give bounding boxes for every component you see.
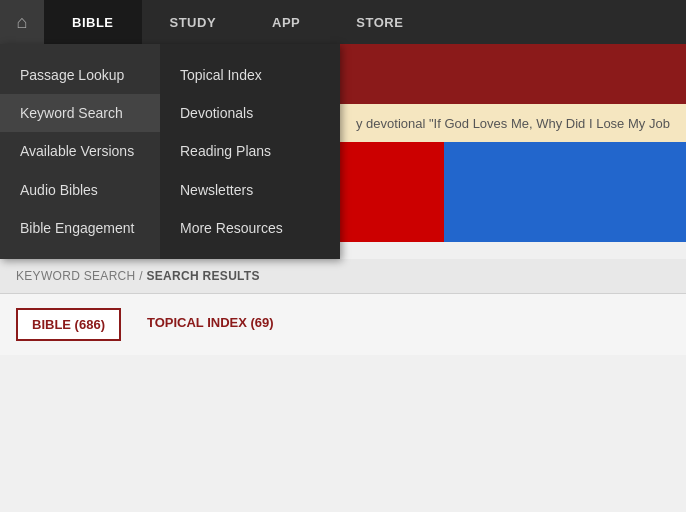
dropdown-reading-plans[interactable]: Reading Plans — [160, 132, 340, 170]
red-banner — [340, 44, 686, 104]
promo-strip: y devotional "If God Loves Me, Why Did I… — [340, 104, 686, 142]
content-right: y devotional "If God Loves Me, Why Did I… — [340, 44, 686, 259]
nav-study[interactable]: STUDY — [142, 0, 245, 44]
nav-store[interactable]: STORE — [328, 0, 431, 44]
promo-text: y devotional "If God Loves Me, Why Did I… — [356, 116, 670, 131]
breadcrumb-part1: KEYWORD SEARCH — [16, 269, 136, 283]
dropdown-keyword-search[interactable]: Keyword Search — [0, 94, 160, 132]
dropdown-row: Passage Lookup Keyword Search Available … — [0, 44, 686, 259]
dropdown-topical-index[interactable]: Topical Index — [160, 56, 340, 94]
dropdown-newsletters[interactable]: Newsletters — [160, 171, 340, 209]
dropdown-menu: Passage Lookup Keyword Search Available … — [0, 44, 340, 259]
dropdown-more-resources[interactable]: More Resources — [160, 209, 340, 247]
tab-topical-index[interactable]: TOPICAL INDEX (69) — [133, 308, 288, 341]
page-wrapper: ⌂ BIBLE STUDY APP STORE Passage Lookup K… — [0, 0, 686, 512]
tabs-area: BIBLE (686) TOPICAL INDEX (69) — [0, 294, 686, 355]
breadcrumb: KEYWORD SEARCH / SEARCH RESULTS — [0, 259, 686, 294]
dropdown-bible-engagement[interactable]: Bible Engagement — [0, 209, 160, 247]
tab-bible[interactable]: BIBLE (686) — [16, 308, 121, 341]
dropdown-devotionals[interactable]: Devotionals — [160, 94, 340, 132]
nav-app[interactable]: APP — [244, 0, 328, 44]
study-dropdown-col: Topical Index Devotionals Reading Plans … — [160, 44, 340, 259]
top-nav: ⌂ BIBLE STUDY APP STORE — [0, 0, 686, 44]
breadcrumb-part2: SEARCH RESULTS — [146, 269, 259, 283]
dropdown-available-versions[interactable]: Available Versions — [0, 132, 160, 170]
dropdown-passage-lookup[interactable]: Passage Lookup — [0, 56, 160, 94]
nav-bible[interactable]: BIBLE — [44, 0, 142, 44]
home-icon: ⌂ — [17, 12, 28, 33]
dropdown-audio-bibles[interactable]: Audio Bibles — [0, 171, 160, 209]
bible-dropdown-col: Passage Lookup Keyword Search Available … — [0, 44, 160, 259]
nav-items: BIBLE STUDY APP STORE — [44, 0, 431, 44]
ad-banner: FREE 1ST CHAPTER LEARN HOW TO LI THE FAV… — [340, 142, 686, 242]
breadcrumb-separator: / — [136, 269, 147, 283]
home-button[interactable]: ⌂ — [0, 0, 44, 44]
